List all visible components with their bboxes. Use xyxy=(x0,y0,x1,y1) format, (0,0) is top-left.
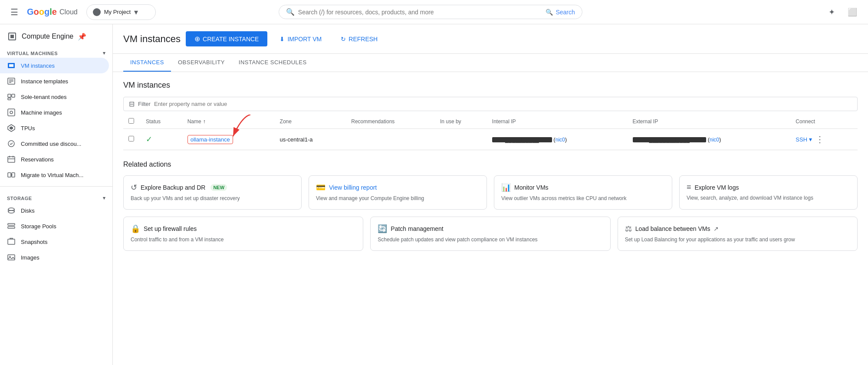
topbar-actions: ✦ ⬜ xyxy=(823,3,861,21)
related-actions-title: Related actions xyxy=(123,161,858,168)
select-all-checkbox[interactable] xyxy=(128,118,134,124)
svg-marker-14 xyxy=(10,126,13,130)
sidebar-item-instance-templates[interactable]: Instance templates xyxy=(0,73,109,89)
instances-table: Status Name ↑ Zone Recommendations In us… xyxy=(123,115,858,150)
vm-logs-icon: ≡ xyxy=(687,183,691,192)
project-selector[interactable]: My Project ▾ xyxy=(86,4,156,20)
sidebar-item-label: Snapshots xyxy=(21,239,47,245)
patch-icon: 🔄 xyxy=(378,224,387,233)
refresh-button[interactable]: ↻ REFRESH xyxy=(334,32,385,46)
search-btn-label: Search xyxy=(556,9,575,16)
section-title: VM instances xyxy=(123,81,858,90)
sidebar-item-reservations[interactable]: Reservations xyxy=(0,151,109,167)
more-options-button[interactable]: ⋮ xyxy=(814,132,826,146)
load-balance-title: Load balance between VMs xyxy=(635,225,710,232)
gem-button[interactable]: ✦ xyxy=(823,3,840,21)
svg-rect-3 xyxy=(9,64,13,67)
internal-ip-cell: ██████████ (nic0) xyxy=(487,129,628,150)
sidebar-item-committed-use[interactable]: Committed use discou... xyxy=(0,136,109,151)
action-card-vm-logs[interactable]: ≡ Explore VM logs View, search, analyze,… xyxy=(679,175,858,210)
compute-engine-icon xyxy=(7,31,17,42)
import-vm-button[interactable]: ⬇ IMPORT VM xyxy=(273,32,329,46)
sidebar-item-tpus[interactable]: TPUs xyxy=(0,120,109,136)
svg-rect-29 xyxy=(8,255,15,260)
sidebar-item-migrate[interactable]: Migrate to Virtual Mach... xyxy=(0,167,109,183)
select-all-header xyxy=(123,115,141,129)
status-header: Status xyxy=(141,115,182,129)
svg-rect-8 xyxy=(8,94,11,97)
pin-icon[interactable]: 📌 xyxy=(78,33,86,41)
filter-label: Filter xyxy=(138,101,151,107)
row-checkbox[interactable] xyxy=(128,136,134,141)
connect-header: Connect xyxy=(790,115,858,129)
terminal-icon: ⬜ xyxy=(848,7,857,17)
internal-nic-link[interactable]: nic0 xyxy=(556,137,565,143)
backup-dr-icon: ↺ xyxy=(131,183,137,192)
create-icon: ⊕ xyxy=(194,35,200,43)
tab-observability[interactable]: OBSERVABILITY xyxy=(171,54,232,72)
action-card-billing[interactable]: 💳 View billing report View and manage yo… xyxy=(309,175,487,210)
load-balance-icon: ⚖ xyxy=(625,224,632,233)
create-instance-button[interactable]: ⊕ CREATE INSTANCE xyxy=(186,31,267,46)
actions-grid-row2: 🔒 Set up firewall rules Control traffic … xyxy=(123,217,858,251)
instance-name-link[interactable]: ollama-instance xyxy=(187,135,233,144)
action-card-patch[interactable]: 🔄 Patch management Schedule patch update… xyxy=(370,217,610,251)
sidebar-item-machine-images[interactable]: Machine images xyxy=(0,105,109,120)
migrate-icon xyxy=(7,171,16,179)
sidebar-item-vm-instances[interactable]: VM instances xyxy=(0,58,109,73)
sidebar-item-images[interactable]: Images xyxy=(0,250,109,265)
connect-cell: SSH ▾ ⋮ xyxy=(790,129,858,150)
tab-instance-schedules[interactable]: INSTANCE SCHEDULES xyxy=(232,54,314,72)
table-row: ✓ ollama-instance xyxy=(123,129,858,150)
action-card-load-balance[interactable]: ⚖ Load balance between VMs ↗ Set up Load… xyxy=(618,217,858,251)
recommendations-cell xyxy=(346,129,435,150)
firewall-title: Set up firewall rules xyxy=(144,225,197,232)
billing-icon: 💳 xyxy=(316,183,326,192)
collapse-icon: ▾ xyxy=(103,50,106,56)
external-nic-link[interactable]: nic0 xyxy=(710,137,719,143)
sidebar-item-label: TPUs xyxy=(21,125,35,132)
ssh-button[interactable]: SSH xyxy=(796,136,807,143)
sidebar-item-sole-tenant-nodes[interactable]: Sole-tenant nodes xyxy=(0,89,109,105)
search-input[interactable] xyxy=(298,9,542,16)
svg-point-30 xyxy=(10,256,11,257)
disks-icon xyxy=(7,206,16,215)
external-ip-cell: ████████████ (nic0) xyxy=(628,129,791,150)
menu-icon: ☰ xyxy=(10,7,18,17)
storage-pools-icon xyxy=(7,222,16,230)
internal-ip-header: Internal IP xyxy=(487,115,628,129)
ssh-dropdown-icon[interactable]: ▾ xyxy=(809,136,812,143)
action-card-monitor[interactable]: 📊 Monitor VMs View outlier VMs across me… xyxy=(494,175,672,210)
action-card-firewall[interactable]: 🔒 Set up firewall rules Control traffic … xyxy=(123,217,363,251)
svg-point-22 xyxy=(8,208,14,210)
terminal-button[interactable]: ⬜ xyxy=(844,3,861,21)
search-icon: 🔍 xyxy=(286,8,295,16)
sidebar-item-label: Disks xyxy=(21,207,35,214)
sidebar-item-label: Storage Pools xyxy=(21,223,56,230)
sole-tenant-icon xyxy=(7,92,16,101)
name-header[interactable]: Name ↑ xyxy=(182,115,275,129)
tab-instances[interactable]: INSTANCES xyxy=(123,54,171,72)
sidebar-section-virtual-machines[interactable]: Virtual machines ▾ xyxy=(0,45,112,58)
sidebar-item-disks[interactable]: Disks xyxy=(0,203,109,218)
vm-instances-icon xyxy=(7,61,16,70)
action-card-backup-dr[interactable]: ↺ Explore Backup and DR NEW Back up your… xyxy=(123,175,302,210)
search-button[interactable]: 🔍 Search xyxy=(546,9,575,16)
refresh-label: REFRESH xyxy=(349,36,378,43)
filter-input[interactable] xyxy=(154,101,852,107)
sidebar-item-label: Reservations xyxy=(21,156,54,163)
sidebar-item-label: Images xyxy=(21,254,39,261)
svg-point-25 xyxy=(8,210,14,213)
sidebar-item-storage-pools[interactable]: Storage Pools xyxy=(0,218,109,234)
vm-logs-desc: View, search, analyze, and download VM i… xyxy=(687,194,850,202)
patch-title: Patch management xyxy=(391,225,443,232)
load-balance-desc: Set up Load Balancing for your applicati… xyxy=(625,236,850,243)
sidebar-item-label: Sole-tenant nodes xyxy=(21,94,67,100)
recommendations-header: Recommendations xyxy=(346,115,435,129)
sidebar-section-storage[interactable]: Storage ▾ xyxy=(0,190,112,203)
menu-button[interactable]: ☰ xyxy=(7,3,22,21)
actions-grid-row1: ↺ Explore Backup and DR NEW Back up your… xyxy=(123,175,858,210)
sidebar-item-snapshots[interactable]: Snapshots xyxy=(0,234,109,250)
monitor-desc: View outlier VMs across metrics like CPU… xyxy=(501,195,665,202)
filter-bar: ⊟ Filter xyxy=(123,97,858,111)
